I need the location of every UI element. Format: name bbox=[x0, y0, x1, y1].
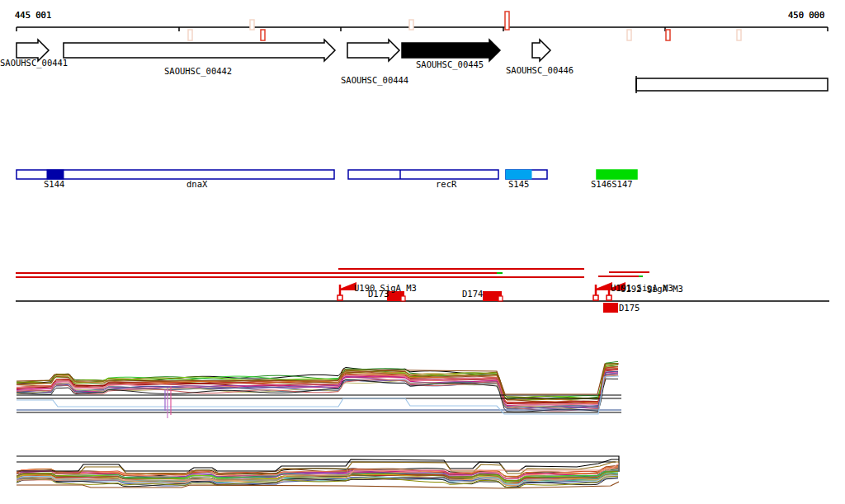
operon-segment bbox=[47, 170, 64, 179]
operon-label-recr: recR bbox=[436, 180, 456, 189]
gene-arrow-SAOUHSC_00446[interactable] bbox=[532, 40, 550, 61]
tss-flag-base-U191 bbox=[593, 295, 598, 300]
profile-extra-line bbox=[17, 459, 619, 471]
term-label-d174: D174 bbox=[462, 290, 483, 299]
variant-mark[interactable] bbox=[627, 30, 631, 40]
genome-browser-view: 445 001 450 000 445 001450 000SAOUHSC_00… bbox=[0, 0, 845, 504]
variant-mark[interactable] bbox=[505, 12, 509, 30]
operon-label-s146s147: S146S147 bbox=[591, 180, 633, 189]
term-label-d173: D173 bbox=[368, 290, 389, 299]
gene-label-00444: SAOUHSC_00444 bbox=[341, 76, 408, 85]
operon-box-S144-dnaX[interactable] bbox=[17, 170, 334, 179]
terminator-tick-D173 bbox=[401, 296, 405, 301]
terminator-box-D175[interactable] bbox=[603, 303, 618, 313]
operon-label-dnax: dnaX bbox=[186, 180, 207, 189]
tracks-canvas bbox=[0, 0, 845, 504]
tss-flag-base-U190 bbox=[338, 295, 342, 300]
variant-mark[interactable] bbox=[737, 30, 741, 40]
variant-mark[interactable] bbox=[188, 30, 192, 40]
term-label-d175: D175 bbox=[619, 304, 640, 313]
gene-label-00446: SAOUHSC_00446 bbox=[506, 66, 574, 75]
operon-box-recR[interactable] bbox=[348, 170, 498, 179]
operon-label-s144: S144 bbox=[44, 180, 64, 189]
operon-box-S146S147[interactable] bbox=[597, 170, 637, 179]
operon-label-s145: S145 bbox=[508, 180, 529, 189]
feature-box[interactable] bbox=[636, 78, 828, 91]
gene-arrow-SAOUHSC_00445[interactable] bbox=[402, 40, 500, 61]
tss-flag-base-U192 bbox=[607, 295, 611, 300]
gene-label-00445: SAOUHSC_00445 bbox=[416, 60, 484, 69]
variant-mark[interactable] bbox=[261, 30, 265, 40]
variant-mark[interactable] bbox=[409, 20, 413, 30]
ruler-end-label: 450 000 bbox=[788, 11, 824, 20]
gene-label-00441: SAOUHSC_00441 bbox=[0, 59, 68, 68]
variant-mark[interactable] bbox=[666, 30, 670, 40]
gene-arrow-SAOUHSC_00444[interactable] bbox=[347, 40, 399, 61]
variant-mark[interactable] bbox=[250, 20, 254, 30]
operon-segment bbox=[506, 170, 531, 179]
gene-arrow-SAOUHSC_00442[interactable] bbox=[64, 40, 335, 61]
ruler-start-label: 445 001 bbox=[15, 11, 51, 20]
gene-label-00442: SAOUHSC_00442 bbox=[164, 67, 232, 76]
terminator-tick-D174 bbox=[498, 296, 503, 301]
tss-label-u192: U192 SigA M3 bbox=[621, 285, 683, 294]
